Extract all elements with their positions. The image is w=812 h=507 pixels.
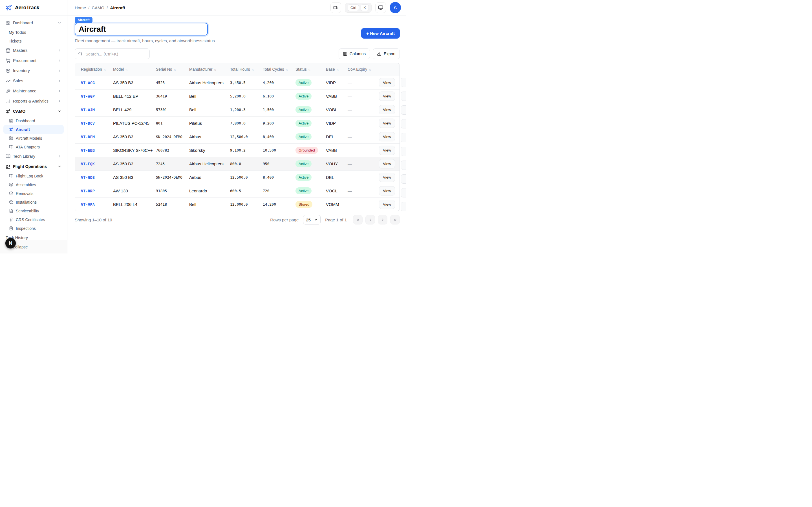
view-button[interactable]: View bbox=[379, 92, 395, 101]
serial-cell: 7245 bbox=[156, 157, 189, 170]
sidebar-item-label: Maintenance bbox=[13, 89, 36, 93]
row-action-overflow-button[interactable] bbox=[401, 188, 406, 198]
view-button[interactable]: View bbox=[379, 200, 395, 209]
row-action-overflow-button[interactable] bbox=[401, 105, 406, 115]
column-header-registration[interactable]: Registration↑↓ bbox=[75, 63, 113, 76]
pager-chevron-left-button[interactable] bbox=[365, 215, 375, 224]
registration-link[interactable]: VT-AGP bbox=[81, 94, 95, 99]
new-aircraft-button[interactable]: + New Aircraft bbox=[361, 28, 400, 39]
display-mode-button[interactable] bbox=[375, 2, 386, 13]
model-cell: BELL 412 EP bbox=[113, 89, 156, 103]
sidebar-item-tickets[interactable]: Tickets bbox=[3, 37, 64, 45]
sidebar-item-masters[interactable]: Masters bbox=[3, 45, 64, 55]
sidebar-item-flight-operations[interactable]: Flight Operations bbox=[3, 161, 64, 172]
breadcrumb-home[interactable]: Home bbox=[75, 5, 86, 10]
view-button[interactable]: View bbox=[379, 78, 395, 87]
search-box bbox=[75, 48, 150, 59]
user-avatar[interactable]: S bbox=[390, 2, 401, 13]
registration-link[interactable]: VT-RRP bbox=[81, 189, 95, 193]
sidebar-item-reports-analytics[interactable]: Reports & Analytics bbox=[3, 96, 64, 106]
sidebar-item-dashboard[interactable]: Dashboard bbox=[3, 116, 64, 125]
column-header-actions bbox=[375, 63, 400, 76]
registration-link[interactable]: VT-EBB bbox=[81, 148, 95, 153]
registration-link[interactable]: VT-ACG bbox=[81, 80, 95, 85]
topbar-actions: Ctrl K S bbox=[331, 2, 401, 13]
registration-link[interactable]: VT-GDE bbox=[81, 175, 95, 180]
sidebar-item-assemblies[interactable]: Assemblies bbox=[3, 180, 64, 189]
sidebar-item-tech-library[interactable]: Tech Library bbox=[3, 151, 64, 161]
row-action-overflow-button[interactable] bbox=[401, 161, 406, 170]
sidebar-item-inspections[interactable]: Inspections bbox=[3, 224, 64, 233]
sidebar-item-flight-log-book[interactable]: Flight Log Book bbox=[3, 172, 64, 180]
row-action-overflow-button[interactable] bbox=[401, 147, 406, 156]
pager-chevrons-left-button[interactable] bbox=[353, 215, 363, 224]
sidebar-item-installations[interactable]: Installations bbox=[3, 198, 64, 207]
dev-overlay-badge[interactable]: N bbox=[5, 238, 16, 248]
book-icon bbox=[6, 154, 10, 159]
breadcrumb-camo[interactable]: CAMO bbox=[92, 5, 104, 10]
actions-cell: View bbox=[375, 89, 400, 103]
sidebar-item-removals[interactable]: Removals bbox=[3, 189, 64, 198]
registration-link[interactable]: VT-VPA bbox=[81, 202, 95, 207]
table-row-vt-ebb: VT-EBBSIKORSKY S-76C++760782Sikorsky9,10… bbox=[75, 144, 400, 157]
pager-chevron-right-button[interactable] bbox=[378, 215, 388, 224]
coa-expiry-cell: — bbox=[348, 76, 375, 89]
sidebar-item-label: Reports & Analytics bbox=[13, 99, 49, 103]
column-header-model[interactable]: Model↑↓ bbox=[113, 63, 156, 76]
view-button[interactable]: View bbox=[379, 186, 395, 195]
sidebar-item-my-todos[interactable]: My Todos bbox=[3, 28, 64, 37]
row-action-overflow-button[interactable] bbox=[401, 78, 406, 87]
view-button[interactable]: View bbox=[379, 132, 395, 142]
row-action-overflow-button[interactable] bbox=[401, 174, 406, 184]
view-button[interactable]: View bbox=[379, 119, 395, 128]
coa-expiry-cell: — bbox=[348, 89, 375, 103]
registration-link[interactable]: VT-EQK bbox=[81, 162, 95, 166]
command-shortcut[interactable]: Ctrl K bbox=[345, 3, 371, 13]
serial-cell: SN-2024-DEMO bbox=[156, 170, 189, 184]
sidebar-item-serviceability[interactable]: Serviceability bbox=[3, 207, 64, 215]
sidebar-item-maintenance[interactable]: Maintenance bbox=[3, 86, 64, 96]
sidebar-item-crs-certificates[interactable]: CRS Certificates bbox=[3, 215, 64, 224]
sidebar-item-procurement[interactable]: Procurement bbox=[3, 55, 64, 66]
sidebar-item-aircraft[interactable]: Aircraft bbox=[3, 125, 64, 134]
registration-link[interactable]: VT-AJM bbox=[81, 108, 95, 112]
column-header-manufacturer[interactable]: Manufacturer↑↓ bbox=[189, 63, 230, 76]
serial-cell: 760782 bbox=[156, 144, 189, 157]
view-button[interactable]: View bbox=[379, 105, 395, 114]
row-action-overflow-button[interactable] bbox=[401, 133, 406, 142]
search-input[interactable] bbox=[85, 51, 146, 57]
sidebar-item-inventory[interactable]: Inventory bbox=[3, 66, 64, 76]
sidebar-item-ata-chapters[interactable]: ATA Chapters bbox=[3, 143, 64, 151]
sidebar-item-camo[interactable]: CAMO bbox=[3, 106, 64, 116]
pager-chevrons-right-button[interactable] bbox=[390, 215, 400, 224]
column-header-base[interactable]: Base↑↓ bbox=[326, 63, 348, 76]
registration-link[interactable]: VT-DCV bbox=[81, 121, 95, 126]
sidebar-item-dashboard[interactable]: Dashboard bbox=[3, 18, 64, 28]
view-button[interactable]: View bbox=[379, 173, 395, 182]
sidebar-item-aircraft-models[interactable]: Aircraft Models bbox=[3, 134, 64, 143]
export-button[interactable]: Export bbox=[373, 48, 400, 59]
row-action-overflow-button[interactable] bbox=[401, 92, 406, 101]
layers-icon bbox=[9, 182, 13, 187]
row-action-overflow-button[interactable] bbox=[401, 202, 406, 211]
table-row-vt-acg: VT-ACGAS 350 B34523Airbus Helicopters3,4… bbox=[75, 76, 400, 89]
row-action-overflow-button[interactable] bbox=[401, 119, 406, 128]
sidebar-item-sales[interactable]: Sales bbox=[3, 76, 64, 86]
rows-per-page-select[interactable]: 25 bbox=[303, 215, 320, 224]
status-cell: Grounded bbox=[296, 144, 326, 157]
screen-record-button[interactable] bbox=[331, 2, 341, 13]
view-button[interactable]: View bbox=[379, 146, 395, 155]
column-header-coa-expiry[interactable]: CoA Expiry↑↓ bbox=[348, 63, 375, 76]
coa-expiry-cell: — bbox=[348, 170, 375, 184]
column-header-total-hours[interactable]: Total Hours↑↓ bbox=[230, 63, 263, 76]
status-badge: Active bbox=[296, 93, 312, 100]
sidebar-item-label: Installations bbox=[16, 200, 37, 205]
view-button[interactable]: View bbox=[379, 159, 395, 168]
column-header-status[interactable]: Status↑↓ bbox=[296, 63, 326, 76]
columns-button[interactable]: Columns bbox=[339, 48, 370, 59]
column-header-total-cycles[interactable]: Total Cycles↑↓ bbox=[263, 63, 296, 76]
model-cell: AW 139 bbox=[113, 184, 156, 198]
coa-expiry-cell: — bbox=[348, 116, 375, 130]
registration-link[interactable]: VT-DEM bbox=[81, 135, 95, 139]
column-header-serial-no[interactable]: Serial No↑↓ bbox=[156, 63, 189, 76]
